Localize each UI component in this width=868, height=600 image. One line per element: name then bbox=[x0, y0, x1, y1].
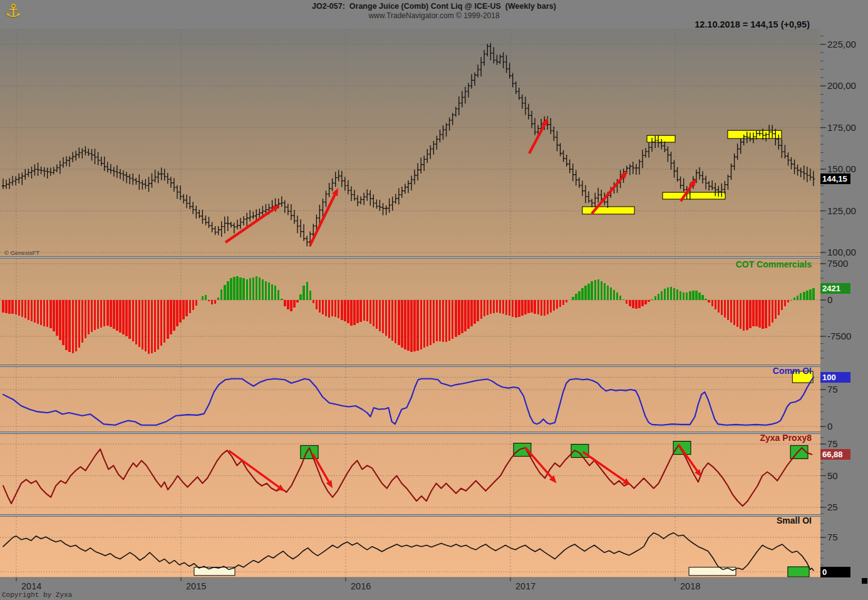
panel-label-comm-oi[interactable]: Comm OI bbox=[773, 366, 812, 376]
y-axis-tick-label: 75 bbox=[827, 438, 838, 450]
price-value-box: 144,15 bbox=[820, 173, 850, 184]
y-axis-tick-label: 175,00 bbox=[827, 122, 856, 133]
panel-label-small-oi[interactable]: Small OI bbox=[777, 515, 812, 525]
panel-label-zyxa-proxy8[interactable]: Zyxa Proxy8 bbox=[760, 433, 812, 443]
y-axis-tick-label: 7500 bbox=[827, 258, 848, 269]
proxy8-value-box: 66,88 bbox=[820, 449, 850, 460]
vendor-url: www.TradeNavigator.com © 1999-2018 bbox=[0, 11, 868, 20]
y-axis-tick-label: 0 bbox=[827, 421, 832, 432]
y-axis-tick-label: 75 bbox=[827, 384, 838, 395]
y-axis-tick-label: 100,00 bbox=[827, 247, 856, 258]
x-axis-year-label: 2018 bbox=[680, 581, 700, 591]
x-axis-year-label: 2016 bbox=[351, 581, 371, 591]
copyright-line: Copyright by Zyxa bbox=[2, 591, 72, 599]
tradenavigator-chart-window: ⚓ JO2-057: Orange Juice (Comb) Cont Liq … bbox=[0, 0, 868, 600]
y-axis-tick-label: 25 bbox=[827, 502, 838, 513]
y-axis-tick-label: 0 bbox=[827, 294, 832, 306]
y-axis-tick-label: 200,00 bbox=[827, 80, 856, 91]
x-axis-year-label: 2017 bbox=[515, 581, 535, 591]
panel-label-cot-commercials[interactable]: COT Commercials bbox=[736, 259, 812, 269]
chart-title: JO2-057: Orange Juice (Comb) Cont Liq @ … bbox=[0, 2, 868, 11]
genesisft-watermark: © GenesisFT bbox=[4, 249, 39, 256]
x-axis-year-label: 2014 bbox=[21, 581, 41, 591]
chart-canvas[interactable] bbox=[0, 0, 868, 600]
small-oi-value-box: 0 bbox=[820, 567, 850, 577]
y-axis-tick-label: 225,00 bbox=[827, 39, 856, 50]
y-axis-tick-label: -7500 bbox=[827, 331, 851, 342]
last-quote-readout: 12.10.2018 = 144,15 (+0,95) bbox=[695, 19, 810, 29]
resize-handle[interactable] bbox=[862, 578, 867, 584]
x-axis-year-label: 2015 bbox=[186, 581, 206, 591]
y-axis-tick-label: 125,00 bbox=[827, 205, 856, 217]
y-axis-tick-label: 50 bbox=[827, 470, 838, 482]
comm-oi-value-box: 100 bbox=[820, 372, 850, 383]
cot-value-box: 2421 bbox=[820, 283, 850, 294]
y-axis-tick-label: 75 bbox=[827, 532, 838, 543]
